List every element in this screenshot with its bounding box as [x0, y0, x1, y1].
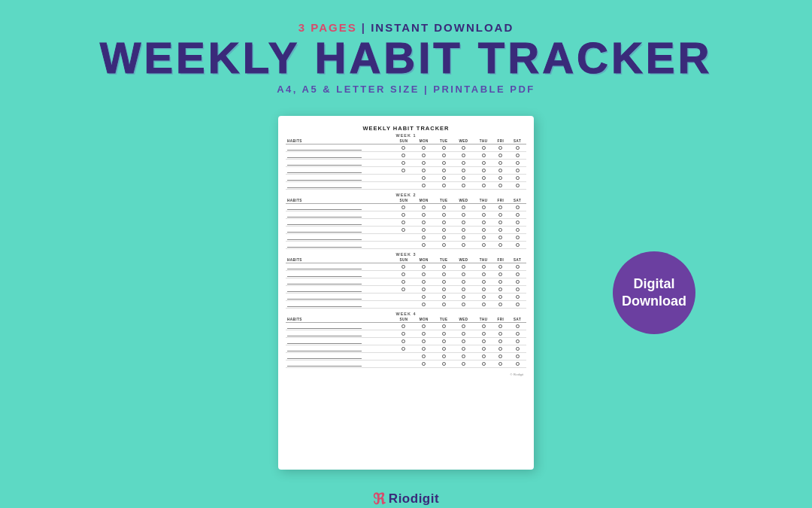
- table-row: [286, 160, 526, 167]
- circle-cell: [414, 360, 435, 368]
- circle-cell: [474, 175, 493, 182]
- circle-cell: [394, 219, 414, 227]
- circle-cell: [493, 278, 508, 286]
- table-row: [286, 286, 526, 294]
- circle-cell: [508, 204, 526, 211]
- circle-cell: [414, 234, 435, 242]
- circle-cell: [414, 278, 435, 286]
- circle-cell: [394, 204, 414, 211]
- circle-cell: [394, 330, 414, 338]
- circle-cell: [508, 338, 526, 345]
- circle-cell: [508, 301, 526, 309]
- circle-cell: [394, 242, 414, 249]
- habit-cell: [286, 301, 394, 309]
- circle-cell: [474, 286, 493, 294]
- circle-cell: [453, 353, 474, 360]
- circle-cell: [414, 175, 435, 182]
- circle-cell: [453, 175, 474, 182]
- circle-cell: [493, 360, 508, 368]
- circle-cell: [508, 360, 526, 368]
- table-row: [286, 323, 526, 330]
- digital-download-badge: Digital Download: [613, 251, 695, 334]
- week-section-2: WEEK 2 HABITS SUN MON TUE WED THU FRI SA…: [286, 193, 526, 249]
- circle-cell: [435, 175, 453, 182]
- circle-cell: [414, 323, 435, 330]
- circle-cell: [435, 234, 453, 242]
- circle-cell: [493, 219, 508, 227]
- week4-label: WEEK 4: [286, 312, 526, 316]
- footer-logo: ℜ Riodigit: [373, 490, 439, 508]
- circle-cell: [435, 278, 453, 286]
- circle-cell: [414, 144, 435, 152]
- circle-cell: [493, 286, 508, 294]
- header-subtitle: A4, A5 & LETTER SIZE | PRINTABLE PDF: [100, 84, 713, 95]
- habit-cell: [286, 294, 394, 301]
- circle-cell: [493, 263, 508, 271]
- circle-cell: [414, 182, 435, 190]
- table-row: [286, 330, 526, 338]
- circle-cell: [453, 160, 474, 167]
- circle-cell: [394, 167, 414, 175]
- circle-cell: [435, 160, 453, 167]
- circle-cell: [474, 353, 493, 360]
- circle-cell: [508, 263, 526, 271]
- circle-cell: [453, 167, 474, 175]
- logo-icon: ℜ: [373, 490, 385, 508]
- week-section-4: WEEK 4 HABITS SUN MON TUE WED THU FRI SA…: [286, 312, 526, 368]
- circle-cell: [394, 294, 414, 301]
- circle-cell: [474, 160, 493, 167]
- table-row: [286, 152, 526, 160]
- circle-cell: [414, 353, 435, 360]
- circle-cell: [435, 338, 453, 345]
- week3-label: WEEK 3: [286, 252, 526, 257]
- circle-cell: [493, 227, 508, 234]
- circle-cell: [414, 301, 435, 309]
- circle-cell: [453, 152, 474, 160]
- circle-cell: [508, 211, 526, 219]
- week4-table: HABITS SUN MON TUE WED THU FRI SAT: [286, 317, 526, 368]
- circle-cell: [474, 182, 493, 190]
- circle-cell: [508, 167, 526, 175]
- habit-cell: [286, 278, 394, 286]
- circle-cell: [394, 271, 414, 278]
- circle-cell: [493, 234, 508, 242]
- header-top-line: 3 PAGES | INSTANT DOWNLOAD: [100, 21, 713, 34]
- circle-cell: [493, 301, 508, 309]
- habit-cell: [286, 271, 394, 278]
- circle-cell: [474, 271, 493, 278]
- circle-cell: [508, 345, 526, 353]
- habit-cell: [286, 227, 394, 234]
- circle-cell: [394, 234, 414, 242]
- habit-cell: [286, 219, 394, 227]
- circle-cell: [493, 242, 508, 249]
- circle-cell: [508, 353, 526, 360]
- circle-cell: [394, 353, 414, 360]
- circle-cell: [474, 227, 493, 234]
- separator1: |: [362, 21, 371, 34]
- circle-cell: [453, 227, 474, 234]
- thu-header: THU: [474, 138, 493, 144]
- circle-cell: [508, 160, 526, 167]
- circle-cell: [435, 294, 453, 301]
- circle-cell: [394, 345, 414, 353]
- table-row: [286, 278, 526, 286]
- table-row: [286, 301, 526, 309]
- circle-cell: [508, 294, 526, 301]
- circle-cell: [508, 242, 526, 249]
- circle-cell: [453, 338, 474, 345]
- table-row: [286, 294, 526, 301]
- circle-cell: [474, 338, 493, 345]
- circle-cell: [493, 211, 508, 219]
- circle-cell: [474, 323, 493, 330]
- circle-cell: [435, 330, 453, 338]
- circle-cell: [394, 360, 414, 368]
- table-row: [286, 345, 526, 353]
- table-row: [286, 204, 526, 211]
- sat-header: SAT: [508, 138, 526, 144]
- circle-cell: [493, 182, 508, 190]
- circle-cell: [453, 330, 474, 338]
- circle-cell: [435, 345, 453, 353]
- circle-cell: [414, 167, 435, 175]
- circle-cell: [435, 211, 453, 219]
- habit-cell: [286, 360, 394, 368]
